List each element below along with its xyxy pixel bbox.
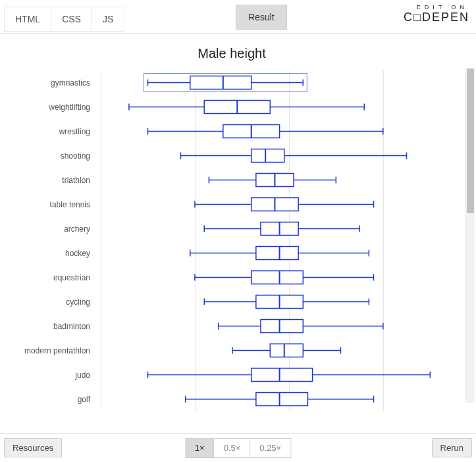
bottom-toolbar: Resources 1×0.5×0.25× Rerun xyxy=(0,433,476,462)
chart-row[interactable]: cycling xyxy=(3,290,460,314)
chart-title: Male height xyxy=(3,34,460,64)
codepen-logo: C□DEPEN xyxy=(404,11,469,24)
preview-pane: Male height gymnasticsweightliftingwrest… xyxy=(0,34,476,433)
editor-tabbar: HTML CSS JS Result EDIT ON C□DEPEN xyxy=(0,0,476,34)
category-label: archery xyxy=(3,224,90,234)
category-label: cycling xyxy=(3,297,90,307)
vertical-scrollbar[interactable] xyxy=(465,68,475,403)
scrollbar-thumb[interactable] xyxy=(467,68,474,213)
category-label: table tennis xyxy=(3,200,90,209)
rerun-button[interactable]: Rerun xyxy=(432,438,472,457)
category-label: triathlon xyxy=(3,176,90,185)
svg-rect-54 xyxy=(261,320,303,333)
chart-row[interactable]: wrestling xyxy=(3,119,460,143)
svg-rect-3 xyxy=(190,76,251,90)
box-plot[interactable]: gymnasticsweightliftingwrestlingshooting… xyxy=(3,70,460,411)
category-label: badminton xyxy=(3,322,90,331)
chart-row[interactable]: table tennis xyxy=(3,192,460,217)
svg-rect-19 xyxy=(251,149,284,163)
chart-row[interactable]: hockey xyxy=(3,241,460,265)
svg-rect-44 xyxy=(251,271,304,284)
category-label: gymnastics xyxy=(3,78,90,88)
category-label: shooting xyxy=(3,151,90,161)
zoom-option[interactable]: 0.25× xyxy=(250,439,290,457)
chart-row[interactable]: modern pentathlon xyxy=(3,338,460,363)
chart-row[interactable]: judo xyxy=(3,363,460,387)
chart-row[interactable]: equestrian xyxy=(3,265,460,290)
svg-rect-39 xyxy=(256,247,298,260)
category-label: wrestling xyxy=(3,127,90,136)
tab-css[interactable]: CSS xyxy=(51,7,92,31)
chart-row[interactable]: golf xyxy=(3,387,460,411)
tab-result[interactable]: Result xyxy=(236,5,287,30)
svg-rect-69 xyxy=(256,393,308,406)
category-label: judo xyxy=(3,371,90,380)
chart-row[interactable]: badminton xyxy=(3,314,460,338)
edit-on-label: EDIT ON xyxy=(404,4,469,11)
tab-js[interactable]: JS xyxy=(92,7,124,31)
tab-html[interactable]: HTML xyxy=(5,7,51,31)
chart-row[interactable]: archery xyxy=(3,217,460,241)
svg-rect-64 xyxy=(251,369,313,382)
chart-row[interactable]: triathlon xyxy=(3,168,460,192)
category-label: hockey xyxy=(3,249,90,258)
svg-rect-59 xyxy=(270,344,303,357)
zoom-option[interactable]: 1× xyxy=(186,439,215,457)
code-tabs: HTML CSS JS xyxy=(4,7,124,32)
category-label: golf xyxy=(3,395,90,404)
category-label: weightlifting xyxy=(3,103,90,112)
zoom-option[interactable]: 0.5× xyxy=(215,439,251,457)
category-label: equestrian xyxy=(3,273,90,282)
chart-row[interactable]: gymnastics xyxy=(3,70,460,95)
chart-row[interactable]: weightlifting xyxy=(3,95,460,119)
chart-row[interactable]: shooting xyxy=(3,143,460,168)
zoom-level-group: 1×0.5×0.25× xyxy=(185,438,291,458)
resources-button[interactable]: Resources xyxy=(4,438,62,457)
edit-on-codepen[interactable]: EDIT ON C□DEPEN xyxy=(404,4,469,24)
category-label: modern pentathlon xyxy=(3,346,90,355)
